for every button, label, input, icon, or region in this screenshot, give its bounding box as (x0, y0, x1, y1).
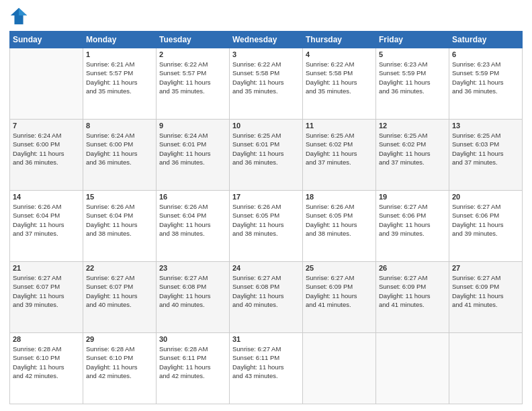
day-number: 9 (159, 122, 226, 130)
day-number: 31 (232, 335, 300, 343)
calendar-cell: 25Sunrise: 6:27 AM Sunset: 6:09 PM Dayli… (303, 262, 376, 333)
day-info: Sunrise: 6:26 AM Sunset: 6:04 PM Dayligh… (13, 202, 80, 238)
day-info: Sunrise: 6:28 AM Sunset: 6:10 PM Dayligh… (86, 345, 153, 380)
calendar-week-row: 1Sunrise: 6:21 AM Sunset: 5:57 PM Daylig… (10, 48, 523, 120)
day-number: 20 (452, 193, 519, 201)
calendar-cell: 18Sunrise: 6:26 AM Sunset: 6:05 PM Dayli… (303, 191, 376, 262)
calendar-cell: 6Sunrise: 6:23 AM Sunset: 5:59 PM Daylig… (449, 48, 523, 120)
day-number: 7 (13, 122, 80, 130)
day-info: Sunrise: 6:28 AM Sunset: 6:11 PM Dayligh… (159, 345, 226, 380)
day-number: 2 (159, 50, 226, 58)
day-info: Sunrise: 6:27 AM Sunset: 6:08 PM Dayligh… (159, 273, 226, 309)
calendar-cell: 26Sunrise: 6:27 AM Sunset: 6:09 PM Dayli… (376, 262, 449, 333)
day-number: 19 (379, 193, 446, 201)
calendar-cell: 31Sunrise: 6:27 AM Sunset: 6:11 PM Dayli… (230, 333, 303, 404)
calendar-cell: 5Sunrise: 6:23 AM Sunset: 5:59 PM Daylig… (376, 48, 449, 120)
day-number: 13 (452, 122, 519, 130)
day-info: Sunrise: 6:26 AM Sunset: 6:05 PM Dayligh… (232, 202, 300, 238)
day-info: Sunrise: 6:25 AM Sunset: 6:01 PM Dayligh… (232, 131, 300, 167)
svg-marker-1 (19, 8, 27, 15)
day-number: 26 (379, 264, 446, 272)
day-info: Sunrise: 6:25 AM Sunset: 6:02 PM Dayligh… (306, 131, 373, 167)
day-info: Sunrise: 6:27 AM Sunset: 6:08 PM Dayligh… (232, 273, 300, 309)
calendar-cell: 22Sunrise: 6:27 AM Sunset: 6:07 PM Dayli… (83, 262, 157, 333)
calendar-cell: 3Sunrise: 6:22 AM Sunset: 5:58 PM Daylig… (230, 48, 303, 120)
day-info: Sunrise: 6:26 AM Sunset: 6:04 PM Dayligh… (86, 202, 153, 238)
calendar-header-saturday: Saturday (449, 32, 523, 48)
calendar-cell: 13Sunrise: 6:25 AM Sunset: 6:03 PM Dayli… (449, 120, 523, 191)
day-number: 15 (86, 193, 153, 201)
calendar-cell (376, 333, 449, 404)
day-info: Sunrise: 6:22 AM Sunset: 5:58 PM Dayligh… (232, 60, 300, 95)
day-number: 4 (306, 50, 373, 58)
calendar-cell: 21Sunrise: 6:27 AM Sunset: 6:07 PM Dayli… (10, 262, 83, 333)
calendar-week-row: 21Sunrise: 6:27 AM Sunset: 6:07 PM Dayli… (10, 262, 523, 333)
calendar-header-row: SundayMondayTuesdayWednesdayThursdayFrid… (10, 32, 523, 48)
calendar-cell: 24Sunrise: 6:27 AM Sunset: 6:08 PM Dayli… (230, 262, 303, 333)
day-info: Sunrise: 6:23 AM Sunset: 5:59 PM Dayligh… (379, 60, 446, 95)
day-number: 14 (13, 193, 80, 201)
calendar-header-sunday: Sunday (10, 32, 83, 48)
calendar-header-friday: Friday (376, 32, 449, 48)
day-info: Sunrise: 6:27 AM Sunset: 6:09 PM Dayligh… (379, 273, 446, 309)
day-number: 27 (452, 264, 519, 272)
day-number: 21 (13, 264, 80, 272)
day-number: 11 (306, 122, 373, 130)
day-number: 16 (159, 193, 226, 201)
calendar-cell: 9Sunrise: 6:24 AM Sunset: 6:01 PM Daylig… (157, 120, 230, 191)
day-info: Sunrise: 6:25 AM Sunset: 6:02 PM Dayligh… (379, 131, 446, 167)
day-number: 8 (86, 122, 153, 130)
day-number: 12 (379, 122, 446, 130)
calendar-cell: 14Sunrise: 6:26 AM Sunset: 6:04 PM Dayli… (10, 191, 83, 262)
calendar-cell: 29Sunrise: 6:28 AM Sunset: 6:10 PM Dayli… (83, 333, 157, 404)
day-number: 5 (379, 50, 446, 58)
day-info: Sunrise: 6:24 AM Sunset: 6:00 PM Dayligh… (13, 131, 80, 167)
day-info: Sunrise: 6:27 AM Sunset: 6:06 PM Dayligh… (452, 202, 519, 238)
calendar-cell: 11Sunrise: 6:25 AM Sunset: 6:02 PM Dayli… (303, 120, 376, 191)
day-info: Sunrise: 6:24 AM Sunset: 6:01 PM Dayligh… (159, 131, 226, 167)
calendar-cell: 15Sunrise: 6:26 AM Sunset: 6:04 PM Dayli… (83, 191, 157, 262)
day-number: 28 (13, 335, 80, 343)
calendar-week-row: 7Sunrise: 6:24 AM Sunset: 6:00 PM Daylig… (10, 120, 523, 191)
logo-icon (9, 7, 28, 26)
calendar-header-monday: Monday (83, 32, 157, 48)
day-info: Sunrise: 6:27 AM Sunset: 6:11 PM Dayligh… (232, 345, 300, 380)
day-info: Sunrise: 6:21 AM Sunset: 5:57 PM Dayligh… (86, 60, 153, 95)
page: SundayMondayTuesdayWednesdayThursdayFrid… (0, 0, 532, 411)
calendar-week-row: 28Sunrise: 6:28 AM Sunset: 6:10 PM Dayli… (10, 333, 523, 404)
day-info: Sunrise: 6:27 AM Sunset: 6:09 PM Dayligh… (306, 273, 373, 309)
calendar-header-wednesday: Wednesday (230, 32, 303, 48)
calendar-cell: 16Sunrise: 6:26 AM Sunset: 6:04 PM Dayli… (157, 191, 230, 262)
day-number: 24 (232, 264, 300, 272)
day-number: 29 (86, 335, 153, 343)
day-info: Sunrise: 6:25 AM Sunset: 6:03 PM Dayligh… (452, 131, 519, 167)
day-info: Sunrise: 6:26 AM Sunset: 6:04 PM Dayligh… (159, 202, 226, 238)
day-info: Sunrise: 6:27 AM Sunset: 6:07 PM Dayligh… (13, 273, 80, 309)
calendar-cell: 12Sunrise: 6:25 AM Sunset: 6:02 PM Dayli… (376, 120, 449, 191)
calendar-cell: 30Sunrise: 6:28 AM Sunset: 6:11 PM Dayli… (157, 333, 230, 404)
day-info: Sunrise: 6:24 AM Sunset: 6:00 PM Dayligh… (86, 131, 153, 167)
calendar-header-thursday: Thursday (303, 32, 376, 48)
day-number: 18 (306, 193, 373, 201)
day-info: Sunrise: 6:27 AM Sunset: 6:09 PM Dayligh… (452, 273, 519, 309)
day-info: Sunrise: 6:27 AM Sunset: 6:07 PM Dayligh… (86, 273, 153, 309)
day-number: 17 (232, 193, 300, 201)
calendar-cell: 10Sunrise: 6:25 AM Sunset: 6:01 PM Dayli… (230, 120, 303, 191)
day-number: 1 (86, 50, 153, 58)
day-info: Sunrise: 6:23 AM Sunset: 5:59 PM Dayligh… (452, 60, 519, 95)
day-info: Sunrise: 6:27 AM Sunset: 6:06 PM Dayligh… (379, 202, 446, 238)
day-number: 22 (86, 264, 153, 272)
day-number: 6 (452, 50, 519, 58)
day-number: 30 (159, 335, 226, 343)
calendar-cell: 1Sunrise: 6:21 AM Sunset: 5:57 PM Daylig… (83, 48, 157, 120)
header (9, 7, 523, 26)
calendar-cell (449, 333, 523, 404)
calendar-cell: 4Sunrise: 6:22 AM Sunset: 5:58 PM Daylig… (303, 48, 376, 120)
day-info: Sunrise: 6:28 AM Sunset: 6:10 PM Dayligh… (13, 345, 80, 380)
calendar-table: SundayMondayTuesdayWednesdayThursdayFrid… (9, 31, 523, 404)
calendar-cell: 20Sunrise: 6:27 AM Sunset: 6:06 PM Dayli… (449, 191, 523, 262)
day-number: 25 (306, 264, 373, 272)
calendar-cell: 7Sunrise: 6:24 AM Sunset: 6:00 PM Daylig… (10, 120, 83, 191)
calendar-cell: 2Sunrise: 6:22 AM Sunset: 5:57 PM Daylig… (157, 48, 230, 120)
calendar-week-row: 14Sunrise: 6:26 AM Sunset: 6:04 PM Dayli… (10, 191, 523, 262)
